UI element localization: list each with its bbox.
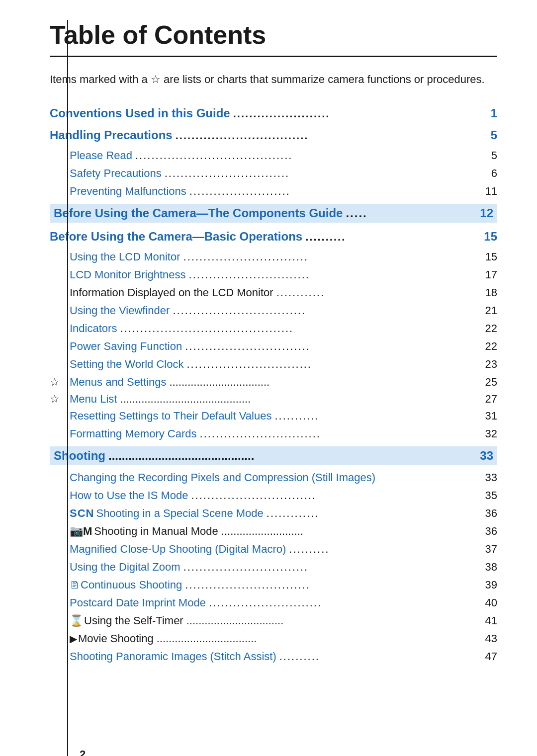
toc-label-manual-mode: Shooting in Manual Mode bbox=[94, 525, 218, 538]
toc-label-safety: Safety Precautions bbox=[70, 167, 162, 180]
toc-entry-please-read[interactable]: Please Read ............................… bbox=[50, 147, 497, 164]
toc-dots-resetting: ........... bbox=[274, 410, 482, 422]
toc-dots-info-displayed: ............ bbox=[276, 286, 482, 299]
toc-dots-safety: ............................... bbox=[165, 167, 488, 180]
toc-entry-formatting[interactable]: Formatting Memory Cards ................… bbox=[50, 425, 497, 442]
toc-page-recording-pixels: 33 bbox=[485, 471, 497, 484]
toc-page-menus-settings: 25 bbox=[485, 376, 497, 389]
toc-page-lcd-brightness: 17 bbox=[485, 268, 497, 281]
toc-entry-digital-macro[interactable]: Magnified Close-Up Shooting (Digital Mac… bbox=[50, 541, 497, 558]
toc-entry-indicators[interactable]: Indicators .............................… bbox=[50, 320, 497, 337]
toc-entry-conventions[interactable]: Conventions Used in this Guide .........… bbox=[50, 103, 497, 123]
toc-page-movie: 43 bbox=[485, 632, 497, 645]
toc-label-menus-settings: Menus and Settings bbox=[70, 376, 166, 389]
toc-entry-recording-pixels[interactable]: Changing the Recording Pixels and Compre… bbox=[50, 469, 497, 486]
toc-page-is-mode: 35 bbox=[485, 489, 497, 502]
toc-entry-is-mode[interactable]: How to Use the IS Mode .................… bbox=[50, 487, 497, 504]
toc-dots-manual-mode: ........................... bbox=[221, 525, 482, 538]
toc-entry-continuous[interactable]: 🖹 Continuous Shooting ..................… bbox=[50, 577, 497, 593]
toc-dots-formatting: .............................. bbox=[200, 427, 482, 440]
toc-label-power-saving: Power Saving Function bbox=[70, 340, 182, 353]
toc-page-formatting: 32 bbox=[485, 427, 497, 440]
toc-page-continuous: 39 bbox=[485, 579, 497, 591]
toc-dots-digital-zoom: ............................... bbox=[183, 561, 482, 574]
star-icon-menus: ☆ bbox=[50, 376, 70, 389]
toc-dots-indicators: ........................................… bbox=[120, 322, 482, 335]
toc-page-power-saving: 22 bbox=[485, 340, 497, 353]
toc-page-lcd-monitor: 15 bbox=[485, 251, 497, 263]
toc-label-is-mode: How to Use the IS Mode bbox=[70, 489, 188, 502]
toc-label-before-components: Before Using the Camera—The Components G… bbox=[54, 206, 343, 220]
toc-label-continuous: Continuous Shooting bbox=[81, 579, 182, 591]
continuous-icon: 🖹 bbox=[70, 580, 80, 591]
toc-label-digital-macro: Magnified Close-Up Shooting (Digital Mac… bbox=[70, 543, 286, 556]
toc-label-self-timer: Using the Self-Timer bbox=[84, 614, 183, 627]
toc-label-scn-mode: SCN bbox=[70, 507, 94, 520]
toc-dots-world-clock: ............................... bbox=[186, 358, 482, 371]
toc-label-formatting: Formatting Memory Cards bbox=[70, 427, 197, 440]
toc-dots-before-basic: .......... bbox=[305, 231, 481, 244]
toc-entry-panoramic[interactable]: Shooting Panoramic Images (Stitch Assist… bbox=[50, 648, 497, 665]
toc-page-preventing: 11 bbox=[485, 185, 497, 198]
toc-label-please-read: Please Read bbox=[70, 149, 132, 162]
toc-dots-shooting: ........................................… bbox=[108, 449, 477, 463]
toc-label-conventions: Conventions Used in this Guide bbox=[50, 106, 230, 120]
toc-label-handling: Handling Precautions bbox=[50, 128, 173, 142]
toc-dots-menus-settings: ................................. bbox=[169, 376, 482, 389]
toc-entry-scn-mode[interactable]: SCN Shooting in a Special Scene Mode ...… bbox=[50, 505, 497, 522]
toc-page-digital-macro: 37 bbox=[485, 543, 497, 556]
toc-entry-world-clock[interactable]: Setting the World Clock ................… bbox=[50, 356, 497, 373]
toc-dots-digital-macro: .......... bbox=[289, 543, 482, 556]
toc-dots-self-timer: ................................ bbox=[186, 614, 482, 627]
toc-entry-lcd-brightness[interactable]: LCD Monitor Brightness .................… bbox=[50, 266, 497, 283]
toc-entry-safety[interactable]: Safety Precautions .....................… bbox=[50, 165, 497, 182]
toc-page-indicators: 22 bbox=[485, 322, 497, 335]
toc-dots-lcd-monitor: ............................... bbox=[183, 251, 482, 263]
toc-page-info-displayed: 18 bbox=[485, 286, 497, 299]
toc-page-handling: 5 bbox=[491, 128, 497, 142]
toc-label-before-basic: Before Using the Camera—Basic Operations bbox=[50, 230, 302, 244]
toc-dots-handling: ................................. bbox=[176, 129, 488, 142]
toc-entry-movie[interactable]: ▶︎ Movie Shooting ......................… bbox=[50, 630, 497, 647]
toc-entry-before-basic[interactable]: Before Using the Camera—Basic Operations… bbox=[50, 227, 497, 247]
toc-entry-shooting[interactable]: Shooting ...............................… bbox=[50, 446, 497, 465]
toc-label-scn-text: Shooting in a Special Scene Mode bbox=[96, 507, 263, 520]
toc-label-preventing: Preventing Malfunctions bbox=[70, 185, 186, 198]
toc-dots-is-mode: ............................... bbox=[191, 489, 482, 502]
toc-container: Conventions Used in this Guide .........… bbox=[50, 103, 497, 665]
toc-entry-menu-list[interactable]: ☆ Menu List ............................… bbox=[50, 391, 497, 408]
toc-entry-viewfinder[interactable]: Using the Viewfinder ...................… bbox=[50, 302, 497, 319]
toc-dots-power-saving: ............................... bbox=[185, 340, 482, 353]
star-icon: ☆ bbox=[151, 73, 161, 85]
toc-page-conventions: 1 bbox=[491, 106, 497, 120]
toc-label-digital-zoom: Using the Digital Zoom bbox=[70, 561, 180, 574]
toc-label-menu-list: Menu List bbox=[70, 393, 117, 406]
toc-entry-handling[interactable]: Handling Precautions ...................… bbox=[50, 125, 497, 145]
toc-label-lcd-brightness: LCD Monitor Brightness bbox=[70, 268, 186, 281]
toc-label-movie: Movie Shooting bbox=[78, 632, 154, 645]
toc-entry-menus-settings[interactable]: ☆ Menus and Settings ...................… bbox=[50, 374, 497, 391]
toc-entry-power-saving[interactable]: Power Saving Function ..................… bbox=[50, 338, 497, 355]
toc-dots-preventing: ......................... bbox=[189, 185, 482, 198]
toc-dots-menu-list: ........................................… bbox=[120, 393, 482, 406]
toc-label-lcd-monitor: Using the LCD Monitor bbox=[70, 251, 180, 263]
toc-entry-info-displayed[interactable]: Information Displayed on the LCD Monitor… bbox=[50, 284, 497, 301]
toc-entry-lcd-monitor[interactable]: Using the LCD Monitor ..................… bbox=[50, 249, 497, 265]
toc-entry-preventing[interactable]: Preventing Malfunctions ................… bbox=[50, 183, 497, 200]
toc-entry-self-timer[interactable]: ⌛ Using the Self-Timer .................… bbox=[50, 612, 497, 629]
toc-label-panoramic: Shooting Panoramic Images (Stitch Assist… bbox=[70, 650, 276, 663]
toc-label-viewfinder: Using the Viewfinder bbox=[70, 304, 170, 317]
toc-label-postcard: Postcard Date Imprint Mode bbox=[70, 596, 206, 609]
toc-page-manual-mode: 36 bbox=[485, 525, 497, 538]
toc-label-recording-pixels: Changing the Recording Pixels and Compre… bbox=[70, 471, 375, 484]
toc-entry-digital-zoom[interactable]: Using the Digital Zoom .................… bbox=[50, 559, 497, 576]
toc-entry-postcard[interactable]: Postcard Date Imprint Mode .............… bbox=[50, 594, 497, 611]
toc-label-info-displayed: Information Displayed on the LCD Monitor bbox=[70, 286, 273, 299]
toc-page-digital-zoom: 38 bbox=[485, 561, 497, 574]
toc-entry-resetting[interactable]: Resetting Settings to Their Default Valu… bbox=[50, 408, 497, 424]
star-icon-menu-list: ☆ bbox=[50, 393, 70, 406]
toc-entry-manual-mode[interactable]: 📷M Shooting in Manual Mode .............… bbox=[50, 523, 497, 540]
toc-entry-before-components[interactable]: Before Using the Camera—The Components G… bbox=[50, 204, 497, 223]
toc-dots-lcd-brightness: .............................. bbox=[189, 268, 482, 281]
toc-page-safety: 6 bbox=[491, 167, 497, 180]
